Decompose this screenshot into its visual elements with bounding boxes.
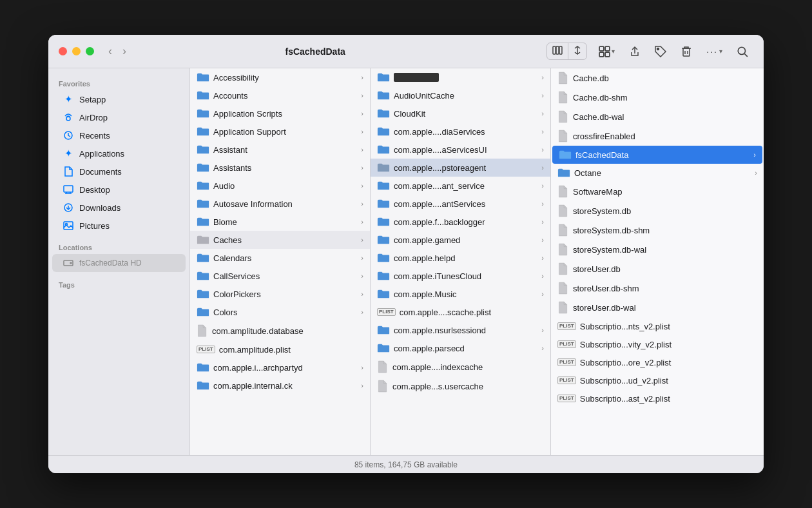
- redacted-text: [394, 73, 439, 82]
- documents-icon: [63, 166, 74, 177]
- svg-rect-6: [605, 52, 610, 57]
- list-item[interactable]: Colors ›: [190, 303, 370, 321]
- recents-icon: [63, 130, 74, 141]
- titlebar: ‹ › fsCachedData: [48, 35, 764, 68]
- svg-rect-8: [683, 48, 690, 56]
- list-item[interactable]: Cache.db-wal: [551, 107, 764, 126]
- location-hd-item[interactable]: fsCachedData HD: [52, 254, 186, 272]
- grid-view-button[interactable]: ▾: [594, 43, 620, 60]
- toolbar-right: ▾: [546, 43, 753, 60]
- list-item[interactable]: com.apple....ant_service ›: [371, 177, 550, 195]
- svg-rect-5: [599, 52, 604, 57]
- share-button[interactable]: [624, 43, 646, 60]
- sidebar-item-label: Desktop: [79, 185, 110, 195]
- list-item[interactable]: com.apple.parsecd ›: [371, 339, 550, 357]
- list-item[interactable]: storeSystem.db-shm: [551, 220, 764, 240]
- list-item[interactable]: storeUser.db-shm: [551, 278, 764, 298]
- sidebar-item-applications[interactable]: ✦ Applications: [52, 144, 186, 162]
- sidebar-item-setapp[interactable]: ✦ Setapp: [52, 90, 186, 108]
- list-item[interactable]: Application Scripts ›: [190, 104, 370, 122]
- delete-button[interactable]: [675, 43, 697, 60]
- svg-rect-3: [599, 46, 604, 51]
- more-button[interactable]: ··· ▾: [701, 44, 728, 59]
- svg-rect-15: [64, 186, 73, 192]
- list-item[interactable]: com.apple.internal.ck ›: [190, 376, 370, 395]
- list-item[interactable]: Octane ›: [551, 164, 764, 182]
- location-label: fsCachedData HD: [79, 259, 142, 268]
- list-item[interactable]: Cache.db: [551, 68, 764, 88]
- list-item[interactable]: PLIST Subscriptio...ud_v2.plist: [551, 371, 764, 389]
- setapp-icon: ✦: [63, 93, 74, 105]
- list-item[interactable]: com.apple....diaServices ›: [371, 122, 550, 141]
- svg-line-12: [744, 54, 748, 57]
- sidebar-item-downloads[interactable]: Downloads: [52, 199, 186, 217]
- svg-rect-0: [553, 46, 556, 54]
- list-item[interactable]: com.apple.gamed ›: [371, 231, 550, 249]
- list-item[interactable]: CallServices ›: [190, 267, 370, 285]
- list-item[interactable]: SoftwareMap: [551, 182, 764, 201]
- list-item[interactable]: Application Support ›: [190, 122, 370, 141]
- column-view-button[interactable]: [547, 43, 568, 59]
- list-item[interactable]: Caches ›: [190, 231, 370, 249]
- list-item[interactable]: AudioUnitCache ›: [371, 86, 550, 104]
- sidebar-item-airdrop[interactable]: AirDrop: [52, 108, 186, 126]
- tag-button[interactable]: [650, 43, 672, 60]
- view-switcher: [546, 43, 587, 60]
- list-item[interactable]: PLIST com.apple....scache.plist: [371, 303, 550, 321]
- list-item[interactable]: com.apple.helpd ›: [371, 249, 550, 267]
- sidebar-item-pictures[interactable]: Pictures: [52, 217, 186, 235]
- airdrop-icon: [63, 112, 74, 123]
- finder-window: ‹ › fsCachedData: [48, 35, 764, 473]
- list-item[interactable]: storeUser.db: [551, 259, 764, 278]
- sidebar-item-documents[interactable]: Documents: [52, 162, 186, 181]
- svg-rect-1: [556, 46, 559, 54]
- sidebar-item-recents[interactable]: Recents: [52, 126, 186, 144]
- sidebar-item-desktop[interactable]: Desktop: [52, 181, 186, 199]
- sidebar-item-label: Applications: [79, 149, 124, 159]
- sidebar-item-label: Downloads: [79, 203, 121, 213]
- list-item[interactable]: com.apple.iTunesCloud ›: [371, 267, 550, 285]
- list-item[interactable]: ›: [371, 68, 550, 86]
- minimize-button[interactable]: [72, 47, 81, 55]
- list-item[interactable]: Calendars ›: [190, 249, 370, 267]
- list-item[interactable]: Audio ›: [190, 177, 370, 195]
- list-item[interactable]: Accessibility ›: [190, 68, 370, 86]
- list-item[interactable]: PLIST Subscriptio...nts_v2.plist: [551, 317, 764, 335]
- list-item[interactable]: Biome ›: [190, 213, 370, 231]
- list-item[interactable]: PLIST com.amplitude.plist: [190, 340, 370, 358]
- list-item[interactable]: com.apple....antServices ›: [371, 195, 550, 213]
- list-item[interactable]: Accounts ›: [190, 86, 370, 104]
- list-item[interactable]: PLIST Subscriptio...ast_v2.plist: [551, 389, 764, 407]
- list-item[interactable]: com.apple....pstoreagent ›: [371, 159, 550, 177]
- list-item[interactable]: Assistants ›: [190, 159, 370, 177]
- list-item[interactable]: com.amplitude.database: [190, 321, 370, 340]
- list-item[interactable]: com.apple.nsurlsessiond ›: [371, 321, 550, 339]
- close-button[interactable]: [59, 47, 67, 55]
- list-item[interactable]: PLIST Subscriptio...ore_v2.plist: [551, 353, 764, 371]
- list-item[interactable]: Autosave Information ›: [190, 195, 370, 213]
- list-item[interactable]: com.apple...s.usercache: [371, 376, 550, 396]
- list-item[interactable]: com.apple....indexcache: [371, 357, 550, 376]
- list-item[interactable]: storeUser.db-wal: [551, 298, 764, 317]
- list-item[interactable]: storeSystem.db: [551, 201, 764, 220]
- svg-rect-2: [559, 46, 562, 54]
- list-item[interactable]: Cache.db-shm: [551, 88, 764, 107]
- more-arrow: ▾: [719, 48, 722, 55]
- list-item[interactable]: PLIST Subscriptio...vity_v2.plist: [551, 335, 764, 353]
- status-text: 85 items, 164,75 GB available: [354, 460, 458, 469]
- list-item[interactable]: CloudKit ›: [371, 104, 550, 122]
- list-item[interactable]: com.apple.Music ›: [371, 285, 550, 303]
- svg-point-11: [738, 47, 745, 54]
- toggle-view-button[interactable]: [568, 43, 586, 59]
- list-item[interactable]: Assistant ›: [190, 141, 370, 159]
- list-item[interactable]: fsCachedData ›: [552, 146, 762, 164]
- list-item[interactable]: ColorPickers ›: [190, 285, 370, 303]
- column-3: Cache.db Cache.db-shm Cache.db-wal cross…: [551, 68, 764, 455]
- list-item[interactable]: com.apple.i...archpartyd ›: [190, 358, 370, 376]
- search-button[interactable]: [731, 43, 753, 60]
- list-item[interactable]: crossfireEnabled: [551, 126, 764, 146]
- list-item[interactable]: com.apple....aServicesUI ›: [371, 141, 550, 159]
- list-item[interactable]: com.apple.f...backlogger ›: [371, 213, 550, 231]
- sidebar-item-label: Setapp: [79, 95, 106, 104]
- list-item[interactable]: storeSystem.db-wal: [551, 240, 764, 259]
